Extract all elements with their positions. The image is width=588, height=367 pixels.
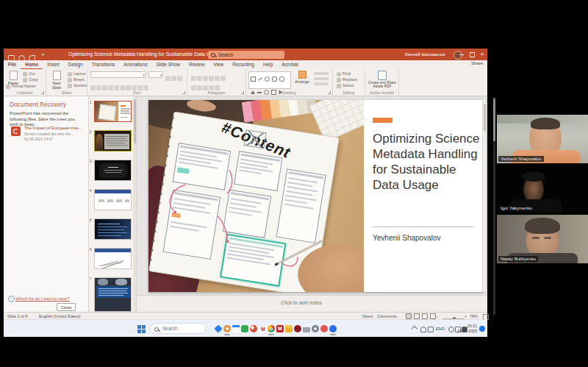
recovered-file-subtitle: Version created last time the... bbox=[24, 132, 86, 136]
view-buttons[interactable] bbox=[404, 313, 437, 319]
tab-slideshow[interactable]: Slide Show bbox=[151, 60, 184, 68]
info-icon: i bbox=[8, 296, 15, 302]
tab-file[interactable]: File bbox=[4, 60, 21, 68]
clock[interactable]: 15:21 03.06.2025 bbox=[457, 324, 477, 333]
file-explorer-icon[interactable] bbox=[285, 325, 293, 332]
widgets-icon[interactable] bbox=[214, 324, 222, 332]
tab-view[interactable]: View bbox=[209, 60, 228, 68]
language-status[interactable]: English (United States) bbox=[39, 314, 80, 318]
search-input[interactable]: Search bbox=[208, 51, 284, 59]
layout-button[interactable]: Layout bbox=[68, 71, 86, 76]
reset-button[interactable]: Reset bbox=[68, 76, 84, 82]
browser-icon-2[interactable] bbox=[320, 325, 328, 332]
slide-thumbnail-3[interactable] bbox=[94, 160, 132, 181]
taskbar-search[interactable]: Search bbox=[150, 323, 206, 334]
participant-video-2[interactable]: Igor Yakymenko bbox=[497, 165, 588, 213]
tab-help[interactable]: Help bbox=[259, 60, 277, 68]
recovery-help-link[interactable]: Which file do I want to save? bbox=[15, 296, 70, 301]
slide-thumbnail-7[interactable] bbox=[94, 277, 132, 312]
tab-transitions[interactable]: Transitions bbox=[87, 60, 120, 68]
tab-review[interactable]: Review bbox=[184, 60, 209, 68]
participant-name: Igor Yakymenko bbox=[498, 205, 534, 211]
slide-thumbnail-6[interactable] bbox=[94, 248, 132, 269]
participant-video-1[interactable]: Yevhenii Shapovalov bbox=[497, 115, 588, 163]
browser-icon[interactable] bbox=[223, 325, 231, 332]
find-button[interactable]: Find bbox=[337, 71, 351, 76]
tab-recording[interactable]: Recording bbox=[228, 60, 259, 68]
shapes-gallery[interactable] bbox=[248, 71, 291, 89]
notes-toggle[interactable]: Notes bbox=[362, 314, 373, 318]
opera-icon[interactable] bbox=[294, 325, 301, 332]
slide-canvas[interactable]: #Content bbox=[148, 100, 484, 292]
settings-icon[interactable] bbox=[312, 325, 319, 332]
tab-animations[interactable]: Animations bbox=[119, 60, 151, 68]
thumbnails-scrollbar[interactable] bbox=[133, 96, 136, 312]
slide-thumbnail-1[interactable] bbox=[94, 101, 132, 122]
close-button[interactable]: × bbox=[477, 49, 487, 60]
participants-scrollbar[interactable] bbox=[493, 97, 495, 315]
tab-insert[interactable]: Insert bbox=[43, 60, 63, 68]
font-size-combo[interactable]: ▾ bbox=[148, 71, 163, 78]
gmail-icon[interactable]: M bbox=[259, 325, 268, 334]
slide-title[interactable]: Optimizing Science Metadata Handling for… bbox=[373, 131, 483, 193]
account-name[interactable]: Євгеній Шаповалов bbox=[405, 49, 445, 60]
slide-author[interactable]: Yevhenii Shapovalov bbox=[373, 234, 440, 242]
analytics-icon[interactable] bbox=[303, 325, 310, 332]
ribbon: Paste Cut Copy Format Painter Clipboard … bbox=[4, 69, 487, 96]
participant-video-3[interactable]: Nataly Bubliyenko bbox=[497, 215, 588, 263]
language-indicator[interactable]: ENG bbox=[436, 327, 445, 331]
zoom-percent[interactable]: 76% bbox=[470, 314, 478, 318]
status-bar: Slide 1 of 9 English (United States) Not… bbox=[4, 312, 487, 319]
slide-editor: #Content bbox=[137, 96, 487, 312]
cut-button[interactable]: Cut bbox=[23, 71, 35, 76]
recovered-file-name[interactable]: The Impact of European Inte... bbox=[24, 126, 86, 130]
recovery-close-button[interactable]: Close bbox=[57, 303, 76, 311]
slide-thumbnail-5[interactable] bbox=[94, 218, 132, 240]
tray-app-icon[interactable] bbox=[428, 327, 434, 332]
shape-format-buttons[interactable] bbox=[314, 72, 329, 85]
start-button[interactable] bbox=[137, 325, 146, 333]
quick-access-dropdown-icon[interactable]: ▾ bbox=[42, 49, 44, 60]
chat-icon[interactable] bbox=[241, 325, 248, 332]
tab-acrobat[interactable]: Acrobat bbox=[277, 60, 302, 68]
network-icon[interactable] bbox=[448, 327, 454, 332]
paragraph-dialog-launcher[interactable] bbox=[241, 91, 244, 94]
hidden-icons-chevron[interactable] bbox=[412, 326, 417, 332]
create-pdf-button[interactable]: Create and Share Adobe PDF bbox=[368, 71, 397, 88]
mail-app-icon[interactable]: M bbox=[276, 325, 284, 332]
select-button[interactable]: Select bbox=[337, 82, 354, 88]
comments-toggle[interactable]: Comments bbox=[377, 314, 397, 318]
calendar-icon[interactable] bbox=[232, 325, 240, 332]
slide-thumbnail-2[interactable] bbox=[94, 130, 132, 152]
clipboard-dialog-launcher[interactable] bbox=[41, 91, 44, 94]
slide-text-panel: Optimizing Science Metadata Handling for… bbox=[364, 100, 484, 292]
notification-icon[interactable] bbox=[479, 326, 485, 332]
notes-area[interactable]: Click to add notes bbox=[137, 295, 487, 313]
drawing-dialog-launcher[interactable] bbox=[328, 91, 331, 94]
tab-design[interactable]: Design bbox=[64, 60, 87, 68]
zoom-out-button[interactable]: – bbox=[436, 314, 438, 318]
zoom-in-button[interactable]: + bbox=[465, 314, 467, 318]
maximize-button[interactable] bbox=[467, 49, 477, 60]
editor-scrollbar[interactable] bbox=[482, 98, 487, 292]
section-button[interactable]: Section bbox=[68, 82, 87, 88]
font-name-combo[interactable]: ▾ bbox=[90, 71, 146, 78]
format-painter-button[interactable]: Format Painter bbox=[6, 83, 36, 89]
chrome-icon[interactable] bbox=[268, 325, 275, 332]
copy-button[interactable]: Copy bbox=[23, 76, 38, 82]
media-icon[interactable] bbox=[250, 325, 257, 332]
replace-button[interactable]: Replace bbox=[337, 76, 357, 82]
slide-thumbnail-4[interactable] bbox=[94, 189, 132, 210]
app-icon[interactable] bbox=[329, 325, 337, 332]
share-button[interactable]: Share bbox=[471, 61, 483, 65]
font-group-label: Font bbox=[87, 90, 187, 95]
minimize-button[interactable] bbox=[456, 49, 467, 60]
adobe-group-label: Adobe Acrobat bbox=[365, 90, 398, 95]
font-group: ▾ ▾ Font bbox=[87, 69, 187, 96]
new-slide-button[interactable]: New Slide bbox=[48, 71, 65, 90]
grow-shrink-font-buttons[interactable] bbox=[165, 71, 183, 85]
arrange-button[interactable]: Arrange bbox=[293, 71, 311, 84]
onedrive-icon[interactable] bbox=[420, 327, 426, 332]
font-dialog-launcher[interactable] bbox=[182, 91, 185, 94]
notes-placeholder: Click to add notes bbox=[281, 300, 322, 305]
